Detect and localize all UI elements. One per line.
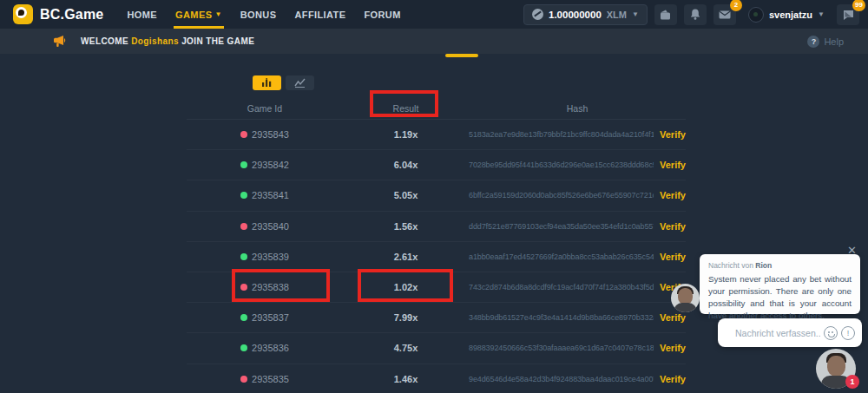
chat-message-bubble: Nachricht von Rion System never placed a… xyxy=(700,254,860,314)
bar-chart-view-button[interactable] xyxy=(253,75,281,90)
chat-input-bar: ! xyxy=(718,318,862,347)
status-dot xyxy=(240,376,247,383)
hash-cell: a1bb0eaaf17ed4527669f2a0bba8cc53abab26c6… xyxy=(469,252,693,262)
nav-item-home[interactable]: HOME xyxy=(127,0,157,29)
status-dot xyxy=(240,192,247,199)
game-id: 2935841 xyxy=(252,190,289,200)
chat-button[interactable]: 99 xyxy=(837,4,859,25)
chat-sender-name: Rion xyxy=(755,261,772,270)
game-id: 2935835 xyxy=(252,374,289,384)
nav-item-forum[interactable]: FORUM xyxy=(364,0,400,29)
main-nav: HOME GAMES ▼ BONUS AFFILIATE FORUM xyxy=(127,0,400,29)
nav-item-games[interactable]: GAMES ▼ xyxy=(175,0,222,29)
help-button[interactable]: ? Help xyxy=(807,36,844,48)
game-id: 2935840 xyxy=(252,221,289,232)
chat-message-input[interactable] xyxy=(735,328,820,338)
table-row: 2935837 7.99x 348bb9db61527e4c9f3e4a1414… xyxy=(187,303,686,333)
chevron-down-icon: ▼ xyxy=(818,10,825,18)
game-id-cell: 2935836 xyxy=(187,343,343,353)
announcement-username: Dogishans xyxy=(131,36,179,46)
chat-badge: 99 xyxy=(852,0,865,11)
brand-logo[interactable]: BC.Game xyxy=(13,4,103,24)
annotation-box-result-1-02x xyxy=(358,269,453,302)
column-header-game-id: Game Id xyxy=(187,103,343,114)
announcement-bar: WELCOME Dogishans JOIN THE GAME ? Help xyxy=(0,29,868,54)
hash-cell: 6bffc2a59159d2060d0abc85f526e6be676e5590… xyxy=(469,190,693,200)
hash-value: ddd7f521e87769103ecf94ea35da50ee354efd1c… xyxy=(469,222,654,231)
chat-close-button[interactable]: ✕ xyxy=(847,244,857,257)
avatar-head xyxy=(827,356,845,377)
username: svenjatzu xyxy=(769,10,812,20)
hash-value: 743c2d874b6d8a8dcdf9fc19acf4d70f74f12a38… xyxy=(469,283,654,291)
hash-value: 5183a2ea7e9d8e13fb79bbf21bc9ffc804dada4a… xyxy=(469,130,654,139)
table-row: 2935840 1.56x ddd7f521e87769103ecf94ea35… xyxy=(187,212,686,242)
emoji-icon[interactable] xyxy=(824,326,838,340)
game-id-cell: 2935837 xyxy=(187,312,343,323)
status-dot xyxy=(240,161,247,168)
table-row: 2935839 2.61x a1bb0eaaf17ed4527669f2a0bb… xyxy=(187,242,686,272)
game-id-cell: 2935839 xyxy=(187,252,343,262)
wallet-button[interactable] xyxy=(654,4,677,25)
game-id: 2935842 xyxy=(252,160,289,170)
game-id: 2935843 xyxy=(252,129,289,140)
game-id-cell: 2935842 xyxy=(187,160,343,170)
table-row: 2935841 5.05x 6bffc2a59159d2060d0abc85f5… xyxy=(187,180,686,211)
trend-view-button[interactable] xyxy=(286,75,314,90)
game-id: 2935837 xyxy=(252,312,289,323)
status-dot xyxy=(240,253,247,260)
balance-selector[interactable]: 1.00000000 XLM ▼ xyxy=(523,4,648,25)
alert-icon[interactable]: ! xyxy=(841,326,855,340)
verify-link[interactable]: Verify xyxy=(660,312,686,323)
hash-value: 348bb9db61527e4c9f3e4a1414d9b8ba66ce8970… xyxy=(469,313,654,322)
hash-value: a1bb0eaaf17ed4527669f2a0bba8cc53abab26c6… xyxy=(469,252,654,261)
top-navigation-bar: BC.Game HOME GAMES ▼ BONUS AFFILIATE FOR… xyxy=(0,0,868,29)
status-dot xyxy=(240,314,247,321)
history-view-toggle xyxy=(253,75,314,90)
chevron-down-icon: ▼ xyxy=(632,10,639,18)
chevron-down-icon: ▼ xyxy=(214,10,221,18)
annotation-box-game-id-2935838 xyxy=(232,269,330,302)
verify-link[interactable]: Verify xyxy=(660,343,686,353)
hash-cell: 9e4d6546d4e58a42d3b4f924883baa4daac019ce… xyxy=(469,374,693,384)
table-row: 2935836 4.75x 8988392450666c53f30afaaaea… xyxy=(187,333,686,364)
hash-cell: 8988392450666c53f30afaaaea69c1d6a7c0407e… xyxy=(469,343,693,353)
messages-button[interactable]: 2 xyxy=(713,4,736,25)
column-header-hash: Hash xyxy=(469,103,686,114)
verify-link[interactable]: Verify xyxy=(660,221,686,232)
verify-link[interactable]: Verify xyxy=(660,374,686,384)
table-row: 2935835 1.46x 9e4d6546d4e58a42d3b4f92488… xyxy=(187,364,686,393)
verify-link[interactable]: Verify xyxy=(660,160,686,170)
user-avatar xyxy=(748,7,764,23)
balance-amount: 1.00000000 xyxy=(549,10,602,20)
chat-sender-avatar xyxy=(671,284,700,312)
status-dot xyxy=(240,344,247,351)
hash-cell: 348bb9db61527e4c9f3e4a1414d9b8ba66ce8970… xyxy=(469,312,693,323)
xlm-coin-icon xyxy=(532,9,543,20)
annotation-box-result-header xyxy=(370,90,438,117)
chat-unread-badge: 1 xyxy=(845,375,859,389)
hash-cell: 7028be95dd95f441b633d6d296e0ae15cc6238dd… xyxy=(469,160,693,170)
result-value: 6.04x xyxy=(343,160,469,170)
balance-currency: XLM xyxy=(607,10,627,20)
notifications-button[interactable] xyxy=(684,4,707,25)
verify-link[interactable]: Verify xyxy=(660,252,686,262)
bcgame-logo-icon xyxy=(13,4,33,24)
table-body: 2935843 1.19x 5183a2ea7e9d8e13fb79bbf21b… xyxy=(187,120,686,393)
mail-badge: 2 xyxy=(730,0,742,11)
question-mark-icon: ? xyxy=(807,36,819,48)
active-tab-indicator xyxy=(445,54,478,57)
verify-link[interactable]: Verify xyxy=(660,190,686,200)
nav-item-affiliate[interactable]: AFFILIATE xyxy=(294,0,345,29)
verify-link[interactable]: Verify xyxy=(660,129,686,140)
hash-value: 7028be95dd95f441b633d6d296e0ae15cc6238dd… xyxy=(469,160,654,169)
user-menu[interactable]: svenjatzu ▼ xyxy=(748,7,825,23)
envelope-icon xyxy=(719,10,731,19)
game-id: 2935836 xyxy=(252,343,289,353)
result-value: 2.61x xyxy=(343,252,469,262)
hash-cell: ddd7f521e87769103ecf94ea35da50ee354efd1c… xyxy=(469,221,693,232)
nav-item-bonus[interactable]: BONUS xyxy=(240,0,277,29)
bar-chart-icon xyxy=(261,78,273,88)
trend-line-icon xyxy=(294,78,306,88)
result-value: 1.46x xyxy=(343,374,469,384)
chat-message-text: System never placed any bet without your… xyxy=(708,273,852,322)
